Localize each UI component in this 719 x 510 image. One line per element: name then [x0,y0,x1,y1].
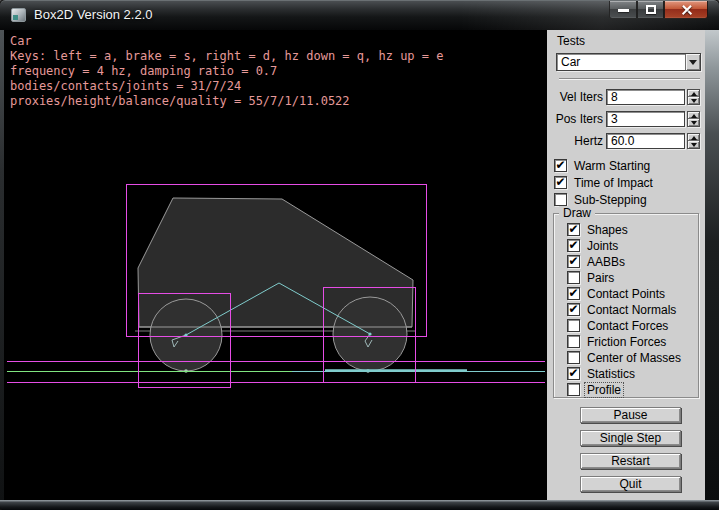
checkbox-label: Warm Starting [574,159,650,173]
window-border-right [705,30,719,500]
restart-button[interactable]: Restart [580,453,681,469]
spinner-down-icon[interactable] [688,97,699,104]
vel-iters-label: Vel Iters [547,90,603,104]
pos-iters-input[interactable] [606,111,685,127]
window-controls [609,1,708,19]
stats-line-frequency: frequency = 4 hz, damping ratio = 0.7 [10,64,277,79]
checkbox-label: Joints [587,239,618,253]
hertz-input[interactable] [606,133,685,149]
checkbox-label: Center of Masses [587,351,681,365]
box2d-window: Car Keys: left = a, brake = s, right = d… [0,0,719,510]
separator [559,78,700,80]
vel-iters-input[interactable] [606,89,685,105]
checkbox-label: Statistics [587,367,635,381]
pos-iters-label: Pos Iters [547,112,603,126]
tests-dropdown[interactable]: Car [556,53,701,71]
checkbox-label: Pairs [587,271,614,285]
minimize-icon [618,9,629,12]
tests-dropdown-value: Car [561,55,580,69]
pos-iters-row: Pos Iters [547,111,705,128]
maximize-button[interactable] [637,1,664,19]
checkbox-icon[interactable] [554,176,567,189]
pause-button[interactable]: Pause [580,407,681,423]
title-bar[interactable]: Box2D Version 2.2.0 [0,0,719,30]
window-border-bottom [0,500,719,510]
close-button[interactable] [664,1,708,19]
checkbox-icon[interactable] [567,287,580,300]
quit-button[interactable]: Quit [580,476,681,492]
checkbox-icon[interactable] [567,335,580,348]
spinner-up-icon[interactable] [688,112,699,119]
vel-iters-row: Vel Iters [547,89,705,106]
pos-iters-spinner [687,111,700,127]
checkbox-icon[interactable] [567,351,580,364]
checkbox-icon[interactable] [554,193,567,206]
checkbox-label: Time of Impact [574,176,653,190]
checkbox-icon[interactable] [567,255,580,268]
checkbox-icon[interactable] [567,383,580,396]
draw-groupbox-legend: Draw [559,206,595,220]
spinner-down-icon[interactable] [688,119,699,126]
vel-iters-spinner [687,89,700,105]
window-title: Box2D Version 2.2.0 [34,7,153,22]
checkbox-icon[interactable] [567,271,580,284]
checkbox-label: Contact Normals [587,303,676,317]
checkbox-icon[interactable] [567,239,580,252]
spinner-up-icon[interactable] [688,134,699,141]
stats-line-test-name: Car [10,34,32,49]
checkbox-label: Profile [585,383,623,397]
minimize-button[interactable] [609,1,637,19]
checkbox-icon[interactable] [567,319,580,332]
hertz-row: Hertz [547,133,705,150]
hertz-spinner [687,133,700,149]
checkbox-icon[interactable] [567,303,580,316]
tests-dropdown-button[interactable] [685,54,700,70]
checkbox-label: Contact Points [587,287,665,301]
single-step-button[interactable]: Single Step [580,430,681,446]
control-panel: Tests Car Vel Iters Pos Iters He [547,30,705,500]
spinner-down-icon[interactable] [688,141,699,148]
checkbox-icon[interactable] [554,159,567,172]
tests-label: Tests [557,34,585,48]
app-icon [11,8,26,22]
chevron-down-icon [689,60,697,65]
checkbox-label: Shapes [587,223,628,237]
maximize-icon [646,5,656,14]
stats-line-bodies: bodies/contacts/joints = 31/7/24 [10,79,241,94]
joint-anchor-right [368,332,371,335]
spinner-up-icon[interactable] [688,90,699,97]
window-border-left [0,30,4,500]
checkbox-label: Contact Forces [587,319,668,333]
gl-canvas[interactable]: Car Keys: left = a, brake = s, right = d… [4,30,547,500]
close-icon [681,4,692,15]
checkbox-icon[interactable] [567,367,580,380]
checkbox-label: AABBs [587,255,625,269]
checkbox-label: Friction Forces [587,335,666,349]
checkbox-icon[interactable] [567,223,580,236]
checkbox-label: Sub-Stepping [574,193,647,207]
stats-line-keys: Keys: left = a, brake = s, right = d, hz… [10,49,443,64]
stats-line-proxies: proxies/height/balance/quality = 55/7/1/… [10,94,350,109]
hertz-label: Hertz [547,134,603,148]
